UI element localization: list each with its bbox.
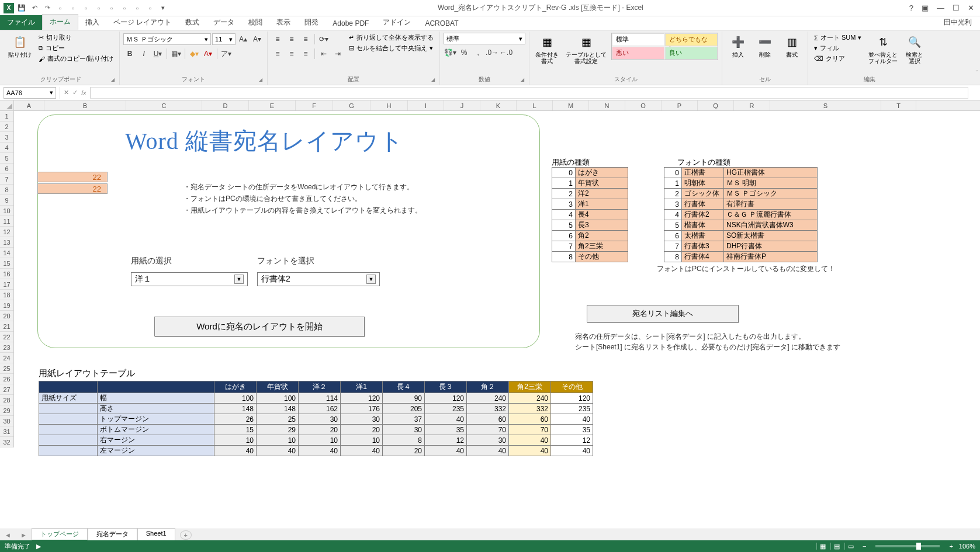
tab-Adobe PDF[interactable]: Adobe PDF (325, 17, 376, 30)
align-middle-icon[interactable]: ≡ (285, 33, 298, 45)
zoom-in-icon[interactable]: + (949, 543, 953, 550)
cancel-formula-icon[interactable]: ✕ (64, 89, 69, 96)
indent-inc-icon[interactable]: ⇥ (331, 48, 344, 60)
align-left-icon[interactable]: ≡ (271, 48, 284, 60)
delete-button[interactable]: ➖削除 (753, 33, 777, 59)
qat-icon[interactable]: ▫ (81, 3, 91, 13)
zoom-slider[interactable] (875, 545, 940, 547)
grow-font-icon[interactable]: A▴ (237, 33, 250, 45)
align-center-icon[interactable]: ≡ (285, 48, 298, 60)
qat-icon[interactable]: ▫ (132, 3, 143, 13)
fill-color-button[interactable]: ◆▾ (188, 48, 200, 60)
sort-filter-button[interactable]: ⇅並べ替えと フィルター (866, 33, 900, 65)
add-sheet-button[interactable]: + (180, 530, 192, 540)
phonetic-button[interactable]: ア▾ (220, 48, 233, 60)
tab-データ[interactable]: データ (206, 15, 241, 30)
edit-list-button[interactable]: 宛名リスト編集へ (587, 305, 739, 322)
style-normal[interactable]: 標準 (612, 33, 664, 46)
tab-nav-prev-icon[interactable]: ◄ (0, 532, 16, 539)
font-name-combo[interactable]: ＭＳ Ｐゴシック▾ (123, 33, 211, 45)
zoom-level[interactable]: 106% (959, 543, 975, 550)
view-pagebreak-icon[interactable]: ▭ (844, 543, 857, 550)
tab-開発[interactable]: 開発 (297, 15, 325, 30)
row-headers[interactable]: 1234567891011121314151617181920212223242… (0, 111, 14, 447)
close-icon[interactable]: ✕ (968, 4, 974, 12)
dialog-launcher-icon[interactable]: ◢ (521, 77, 524, 82)
comma-button[interactable]: , (472, 47, 484, 58)
macro-record-icon[interactable]: ▶ (36, 543, 41, 550)
border-button[interactable]: ▦▾ (169, 48, 182, 60)
cell-value[interactable]: 22 (37, 172, 108, 182)
clear-button[interactable]: ⌫クリア (812, 54, 864, 64)
underline-button[interactable]: U▾ (151, 48, 164, 60)
sheet-tab[interactable]: 宛名データ (88, 528, 137, 541)
view-pagelayout-icon[interactable]: ▤ (830, 543, 843, 550)
italic-button[interactable]: I (137, 48, 150, 60)
view-normal-icon[interactable]: ▦ (816, 543, 829, 550)
user-name[interactable]: 田中光利 (936, 15, 980, 30)
qat-icon[interactable]: ▫ (68, 3, 78, 13)
tab-挿入[interactable]: 挿入 (78, 15, 106, 30)
insert-button[interactable]: ➕挿入 (726, 33, 750, 59)
tab-file[interactable]: ファイル (0, 15, 42, 30)
redo-icon[interactable]: ↷ (42, 3, 53, 13)
orientation-icon[interactable]: ⟳▾ (317, 33, 330, 45)
qat-dropdown-icon[interactable]: ▾ (158, 3, 168, 13)
shrink-font-icon[interactable]: A▾ (251, 33, 264, 45)
ribbon-options-icon[interactable]: ▣ (922, 4, 929, 12)
worksheet[interactable]: Word 縦書宛名レイアウト 22 22 ・宛名データ シートの住所データをWo… (14, 111, 980, 529)
formula-bar[interactable] (91, 87, 968, 99)
align-bottom-icon[interactable]: ≡ (299, 33, 312, 45)
style-neutral[interactable]: どちらでもない (665, 33, 718, 46)
cell-value[interactable]: 22 (37, 183, 108, 194)
autosum-button[interactable]: Σオート SUM▾ (812, 33, 864, 43)
inc-decimal-icon[interactable]: .0→ (486, 47, 498, 58)
font-size-combo[interactable]: 11▾ (212, 33, 236, 45)
fill-button[interactable]: ▾フィル (812, 43, 864, 53)
find-select-button[interactable]: 🔍検索と 選択 (902, 33, 927, 65)
tab-校閲[interactable]: 校閲 (241, 15, 269, 30)
styles-gallery[interactable]: 標準 どちらでもない 悪い 良い (611, 33, 718, 60)
dialog-launcher-icon[interactable]: ◢ (431, 77, 435, 82)
align-right-icon[interactable]: ≡ (299, 48, 312, 60)
wrap-text-button[interactable]: ↵折り返して全体を表示する (347, 33, 436, 43)
select-all-button[interactable] (0, 100, 14, 111)
qat-icon[interactable]: ▫ (55, 3, 65, 13)
tab-nav-next-icon[interactable]: ► (16, 532, 32, 539)
tab-表示[interactable]: 表示 (269, 15, 297, 30)
qat-icon[interactable]: ▫ (119, 3, 130, 13)
fx-icon[interactable]: fx (81, 89, 86, 96)
sheet-tab[interactable]: Sheet1 (137, 528, 175, 541)
tab-アドイン[interactable]: アドイン (376, 15, 418, 30)
font-select-combo[interactable]: 行書体2▼ (257, 272, 380, 286)
tab-数式[interactable]: 数式 (178, 15, 206, 30)
tab-ACROBAT[interactable]: ACROBAT (418, 17, 465, 30)
painter-button[interactable]: 🖌書式のコピー/貼り付け (36, 54, 116, 64)
bold-button[interactable]: B (123, 48, 136, 60)
qat-icon[interactable]: ▫ (94, 3, 104, 13)
save-icon[interactable]: 💾 (16, 3, 27, 13)
conditional-format-button[interactable]: ▦条件付き 書式 (533, 33, 561, 65)
paste-button[interactable]: 📋 貼り付け (6, 33, 34, 59)
name-box[interactable]: AA76▾ (4, 87, 56, 99)
align-top-icon[interactable]: ≡ (271, 33, 284, 45)
paper-select-combo[interactable]: 洋１▼ (131, 272, 248, 286)
style-bad[interactable]: 悪い (612, 47, 664, 60)
tab-ページ レイアウト[interactable]: ページ レイアウト (106, 15, 178, 30)
dec-decimal-icon[interactable]: ←.0 (500, 47, 512, 58)
indent-dec-icon[interactable]: ⇤ (317, 48, 330, 60)
qat-icon[interactable]: ▫ (145, 3, 155, 13)
copy-button[interactable]: ⧉コピー (36, 43, 116, 53)
minimize-icon[interactable]: — (937, 4, 944, 12)
number-format-combo[interactable]: 標準▾ (444, 33, 525, 44)
format-button[interactable]: ▥書式 (780, 33, 804, 59)
format-as-table-button[interactable]: ▦テーブルとして 書式設定 (563, 33, 609, 65)
font-color-button[interactable]: A▾ (202, 48, 214, 60)
merge-center-button[interactable]: ⊟セルを結合して中央揃え▾ (347, 43, 436, 53)
qat-icon[interactable]: ▫ (106, 3, 117, 13)
help-icon[interactable]: ? (909, 4, 913, 12)
collapse-ribbon-icon[interactable]: ˇ (976, 70, 978, 77)
start-layout-button[interactable]: Wordに宛名のレイアウトを開始 (154, 317, 365, 336)
undo-icon[interactable]: ↶ (29, 3, 40, 13)
accept-formula-icon[interactable]: ✓ (72, 89, 78, 96)
